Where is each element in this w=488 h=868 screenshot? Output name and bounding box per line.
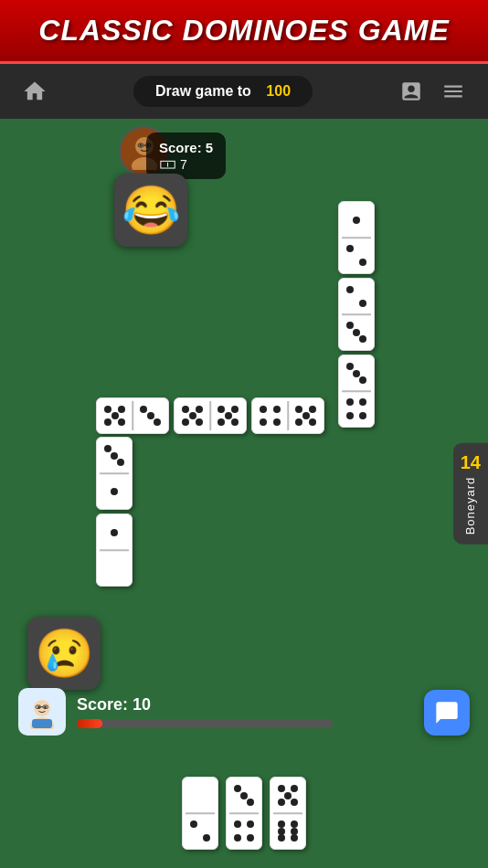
game-board: Score: 5 🀱 7 😂 [0, 119, 488, 868]
board-tile-3 [338, 355, 375, 428]
player-score-label: Score: [77, 695, 128, 714]
board-tile-4 [251, 397, 324, 434]
game-mode-badge: Draw game to 100 [133, 76, 313, 107]
board-tile-1 [338, 201, 375, 274]
title-bar: CLASSIC DOMINOES GAME [0, 0, 488, 64]
boneyard-count: 14 [461, 452, 481, 473]
tiles-icon: 🀱 [159, 157, 176, 172]
home-button[interactable] [18, 75, 51, 108]
player-score-value: 10 [133, 695, 151, 714]
board-tile-8 [96, 513, 133, 587]
svg-point-12 [44, 706, 47, 709]
nav-bar: Draw game to 100 [0, 64, 488, 119]
player-score-section: Score: 10 [77, 695, 433, 728]
player-hand [0, 777, 488, 850]
player-tile-2[interactable] [226, 777, 262, 850]
board-tile-5 [174, 397, 247, 434]
opponent-tiles-count: 7 [180, 157, 187, 172]
player-avatar [18, 688, 66, 736]
opponent-score-label: Score: [159, 140, 202, 155]
svg-point-11 [37, 706, 40, 709]
board-tile-6 [96, 397, 169, 434]
scores-button[interactable] [395, 75, 428, 108]
opponent-info: Score: 5 🀱 7 [146, 132, 226, 179]
game-mode-text: Draw game to [155, 83, 251, 100]
player-info: Score: 10 [18, 688, 433, 736]
score-bar-fill [77, 719, 102, 728]
app-title: CLASSIC DOMINOES GAME [38, 14, 449, 48]
score-bar-background [77, 719, 333, 728]
board-area [27, 201, 424, 685]
board-tile-7 [96, 437, 133, 510]
opponent-score-value: 5 [206, 140, 213, 155]
boneyard-panel[interactable]: 14 Boneyard [453, 443, 488, 545]
player-tile-3[interactable] [270, 777, 306, 850]
player-reaction-emoji: 😢 [27, 617, 101, 690]
chat-button[interactable] [424, 690, 470, 736]
player-tile-1[interactable] [182, 777, 218, 850]
svg-rect-13 [32, 719, 52, 728]
svg-point-3 [139, 143, 142, 146]
menu-button[interactable] [437, 75, 470, 108]
boneyard-label: Boneyard [463, 477, 477, 535]
game-mode-value: 100 [266, 83, 291, 100]
board-tile-2 [338, 278, 375, 351]
